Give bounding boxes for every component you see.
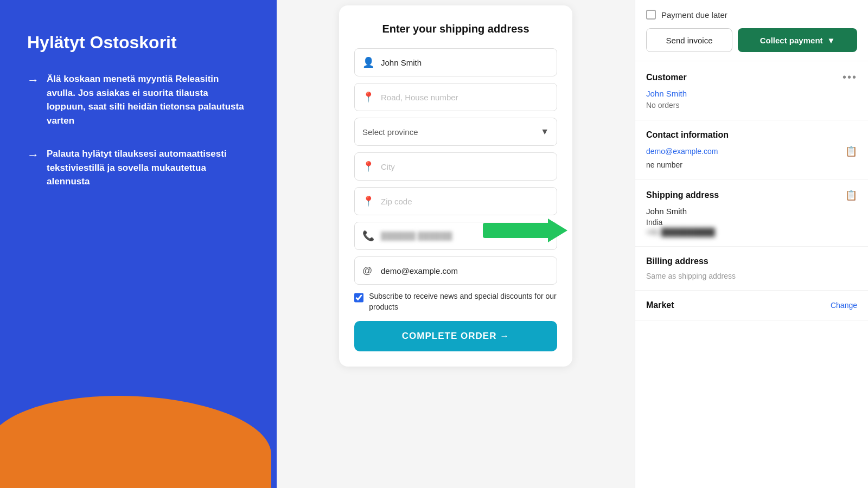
right-top-section: Payment due later Send invoice Collect p…: [635, 0, 868, 61]
billing-section-title: Billing address: [646, 256, 709, 266]
green-arrow-body: [483, 223, 548, 238]
province-select[interactable]: Select province: [362, 127, 540, 137]
market-section: Market Change: [635, 291, 868, 320]
contact-section-header: Contact information: [646, 130, 857, 140]
chevron-down-icon: ▼: [540, 127, 549, 137]
shipping-name-row: John Smith: [646, 207, 857, 216]
customer-name-link[interactable]: John Smith: [646, 89, 857, 98]
city-field-container: 📍: [354, 152, 557, 181]
zip-field-container: 📍: [354, 187, 557, 215]
green-arrow-overlay: [483, 217, 570, 244]
contact-phone-value: ne number: [646, 160, 682, 169]
middle-panel: Enter your shipping address 👤 📍 Select p…: [277, 0, 635, 488]
shipping-form-card: Enter your shipping address 👤 📍 Select p…: [339, 5, 572, 367]
send-invoice-label: Send invoice: [666, 36, 713, 45]
dropdown-chevron-icon: ▼: [827, 36, 835, 45]
customer-section-title: Customer: [646, 73, 687, 82]
at-icon: @: [362, 265, 374, 277]
subscribe-label: Subscribe to receive news and special di…: [369, 291, 557, 312]
name-input[interactable]: [381, 58, 549, 67]
payment-due-row: Payment due later: [646, 10, 857, 20]
billing-section-header: Billing address: [646, 256, 857, 266]
customer-section: Customer ••• John Smith No orders: [635, 61, 868, 120]
customer-section-header: Customer •••: [646, 71, 857, 84]
copy-email-icon[interactable]: 📋: [845, 145, 857, 157]
collect-payment-button[interactable]: Collect payment ▼: [738, 28, 857, 52]
address-field-container: 📍: [354, 83, 557, 111]
zip-input[interactable]: [381, 197, 549, 206]
email-input[interactable]: [381, 266, 549, 275]
shipping-address-section: Shipping address 📋 John Smith India +91 …: [635, 179, 868, 247]
complete-order-button[interactable]: COMPLETE ORDER →: [354, 321, 557, 351]
action-buttons: Send invoice Collect payment ▼: [646, 28, 857, 52]
left-item-1: → Älä koskaan menetä myyntiä Releasitin …: [27, 72, 250, 127]
left-panel: Hylätyt Ostoskorit → Älä koskaan menetä …: [0, 0, 277, 488]
send-invoice-button[interactable]: Send invoice: [646, 28, 732, 52]
green-arrow-head: [548, 219, 567, 242]
email-field-container: @: [354, 256, 557, 285]
form-title: Enter your shipping address: [354, 23, 557, 35]
shipping-section-header: Shipping address 📋: [646, 189, 857, 201]
left-panel-title: Hylätyt Ostoskorit: [27, 33, 250, 53]
city-input[interactable]: [381, 162, 549, 171]
right-panel: Payment due later Send invoice Collect p…: [635, 0, 868, 488]
billing-same-label: Same as shipping address: [646, 272, 857, 280]
left-item-2: → Palauta hylätyt tilauksesi automaattis…: [27, 147, 250, 189]
customer-more-icon[interactable]: •••: [843, 71, 857, 84]
location-icon-zip: 📍: [362, 195, 374, 207]
contact-phone-row: ne number: [646, 160, 857, 169]
market-section-title: Market: [646, 300, 674, 310]
subscribe-checkbox[interactable]: [354, 292, 363, 303]
shipping-name-value: John Smith: [646, 207, 687, 216]
left-item-text-2: Palauta hylätyt tilauksesi automaattises…: [47, 147, 250, 189]
contact-email-row: demo@example.com 📋: [646, 145, 857, 157]
location-icon-address: 📍: [362, 91, 374, 103]
person-icon: 👤: [362, 56, 374, 68]
contact-section-title: Contact information: [646, 130, 729, 140]
shipping-country: India: [646, 218, 857, 227]
subscribe-row: Subscribe to receive news and special di…: [354, 291, 557, 312]
customer-orders: No orders: [646, 101, 679, 110]
arrow-icon-1: →: [27, 73, 39, 87]
name-field-container: 👤: [354, 48, 557, 76]
province-field-container[interactable]: Select province ▼: [354, 118, 557, 146]
collect-payment-label: Collect payment: [760, 36, 823, 45]
arrow-icon-2: →: [27, 148, 39, 162]
market-row: Market Change: [646, 300, 857, 310]
contact-section: Contact information demo@example.com 📋 n…: [635, 120, 868, 179]
shipping-phone: +91 ██████████: [646, 228, 857, 236]
address-input[interactable]: [381, 93, 549, 102]
payment-due-label: Payment due later: [661, 10, 727, 20]
contact-email-value: demo@example.com: [646, 147, 718, 156]
billing-address-section: Billing address Same as shipping address: [635, 247, 868, 291]
complete-order-label: COMPLETE ORDER →: [402, 331, 509, 342]
location-icon-city: 📍: [362, 160, 374, 172]
market-change-link[interactable]: Change: [831, 301, 857, 310]
copy-shipping-icon[interactable]: 📋: [845, 189, 857, 201]
left-item-text-1: Älä koskaan menetä myyntiä Releasitin av…: [47, 72, 250, 127]
payment-due-checkbox[interactable]: [646, 10, 656, 20]
shipping-section-title: Shipping address: [646, 190, 719, 200]
phone-icon: 📞: [362, 230, 374, 242]
